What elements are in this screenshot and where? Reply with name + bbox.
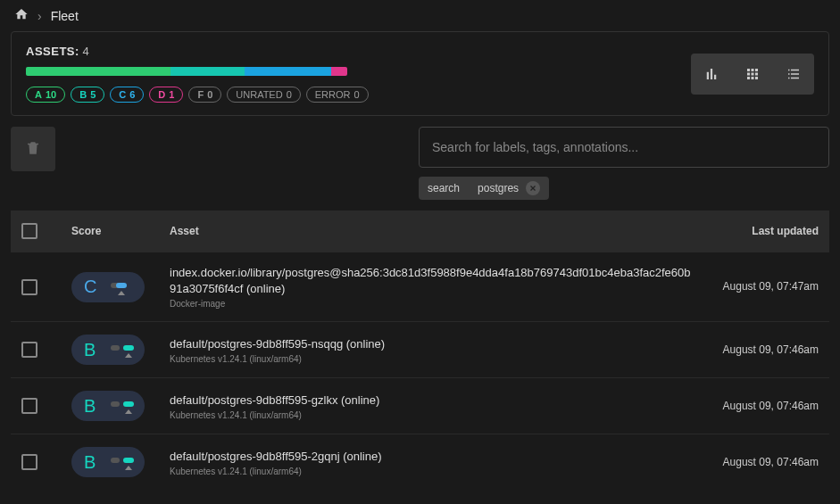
pill-letter: A	[35, 89, 42, 100]
asset-subtype: Kubernetes v1.24.1 (linux/arm64)	[170, 354, 694, 364]
asset-updated: August 09, 07:46am	[694, 399, 819, 414]
dist-segment-a	[26, 67, 170, 76]
delete-button[interactable]	[11, 127, 55, 171]
filter-tag: search	[419, 177, 469, 200]
asset-subtype: Kubernetes v1.24.1 (linux/arm64)	[170, 467, 694, 476]
breadcrumb-separator: ›	[37, 9, 42, 23]
search-box[interactable]	[419, 127, 829, 168]
toolbar: searchpostgres	[11, 127, 829, 200]
score-letter: B	[84, 340, 96, 360]
assets-label: ASSETS:	[26, 45, 79, 58]
grade-pill-a[interactable]: A10	[26, 87, 65, 103]
view-toggle	[691, 54, 814, 95]
score-indicator-icon	[111, 398, 136, 414]
dist-segment-b	[170, 67, 245, 76]
asset-updated: August 09, 07:46am	[694, 455, 819, 470]
asset-name: default/postgres-9db8ff595-2gqnj (online…	[170, 449, 694, 465]
pill-count: 10	[46, 89, 56, 100]
asset-name: default/postgres-9db8ff595-nsqqg (online…	[170, 336, 694, 352]
pill-count: 6	[129, 89, 135, 100]
search-area: searchpostgres	[419, 127, 829, 200]
view-chart-icon[interactable]	[691, 54, 732, 95]
score-letter: B	[84, 396, 96, 417]
pill-count: 0	[287, 89, 292, 100]
pill-count: 5	[90, 89, 96, 100]
table-row[interactable]: Bdefault/postgres-9db8ff595-2gqnj (onlin…	[11, 434, 829, 490]
asset-updated: August 09, 07:46am	[694, 343, 819, 358]
view-list-icon[interactable]	[773, 54, 814, 95]
assets-table: Score Asset Last updated Cindex.docker.i…	[11, 211, 829, 490]
score-badge: B	[71, 447, 145, 477]
pill-letter: B	[79, 89, 87, 100]
assets-count: 4	[82, 45, 88, 58]
table-row[interactable]: Bdefault/postgres-9db8ff595-gzlkx (onlin…	[11, 377, 829, 434]
row-checkbox[interactable]	[21, 454, 37, 470]
score-badge: B	[71, 335, 145, 365]
breadcrumb-current: Fleet	[51, 9, 79, 23]
grade-pill-d[interactable]: D1	[149, 87, 183, 103]
asset-subtype: Kubernetes v1.24.1 (linux/arm64)	[170, 410, 694, 420]
pill-letter: ERROR	[315, 89, 351, 100]
pill-count: 0	[354, 89, 360, 100]
score-letter: C	[84, 277, 96, 297]
dist-segment-c	[245, 67, 331, 76]
table-header: Score Asset Last updated	[11, 211, 829, 252]
breadcrumb: › Fleet	[0, 0, 840, 31]
score-indicator-icon	[111, 454, 136, 470]
filter-label: postgres	[478, 182, 519, 194]
trash-icon	[25, 140, 41, 159]
score-badge: B	[71, 391, 145, 421]
asset-updated: August 09, 07:47am	[694, 279, 819, 294]
score-indicator-icon	[111, 279, 136, 295]
select-all-checkbox[interactable]	[21, 223, 37, 239]
home-icon[interactable]	[14, 7, 29, 24]
asset-name: default/postgres-9db8ff595-gzlkx (online…	[170, 392, 694, 409]
pill-letter: C	[119, 89, 126, 100]
grade-pill-error[interactable]: ERROR0	[306, 87, 369, 103]
table-row[interactable]: Cindex.docker.io/library/postgres@sha256…	[11, 252, 829, 321]
grade-pill-unrated[interactable]: UNRATED0	[227, 87, 300, 103]
grade-pill-b[interactable]: B5	[71, 87, 104, 103]
pill-letter: UNRATED	[236, 89, 282, 100]
score-letter: B	[84, 452, 96, 473]
active-filters: searchpostgres	[419, 177, 829, 200]
dist-segment-d	[331, 67, 347, 76]
grade-pill-f[interactable]: F0	[188, 87, 221, 103]
pill-count: 0	[207, 89, 212, 100]
asset-subtype: Docker-image	[170, 299, 694, 309]
pill-letter: D	[158, 89, 165, 100]
search-input[interactable]	[432, 140, 816, 154]
view-grid-icon[interactable]	[732, 54, 773, 95]
column-asset[interactable]: Asset	[170, 225, 694, 237]
column-updated[interactable]: Last updated	[694, 224, 819, 239]
score-indicator-icon	[111, 342, 136, 358]
pill-letter: F	[197, 89, 204, 100]
filter-tag: postgres	[469, 177, 549, 200]
score-badge: C	[71, 272, 145, 302]
row-checkbox[interactable]	[21, 279, 37, 295]
summary-panel: ASSETS: 4 A10B5C6D1F0UNRATED0ERROR0	[11, 31, 829, 116]
row-checkbox[interactable]	[21, 398, 37, 414]
column-score[interactable]: Score	[71, 225, 170, 237]
pill-count: 1	[169, 89, 174, 100]
grade-pill-c[interactable]: C6	[110, 87, 144, 103]
filter-label: search	[428, 182, 460, 194]
distribution-bar	[26, 67, 347, 76]
close-icon[interactable]	[526, 181, 540, 195]
asset-name: index.docker.io/library/postgres@sha256:…	[170, 265, 694, 297]
row-checkbox[interactable]	[21, 342, 37, 358]
table-row[interactable]: Bdefault/postgres-9db8ff595-nsqqg (onlin…	[11, 321, 829, 377]
